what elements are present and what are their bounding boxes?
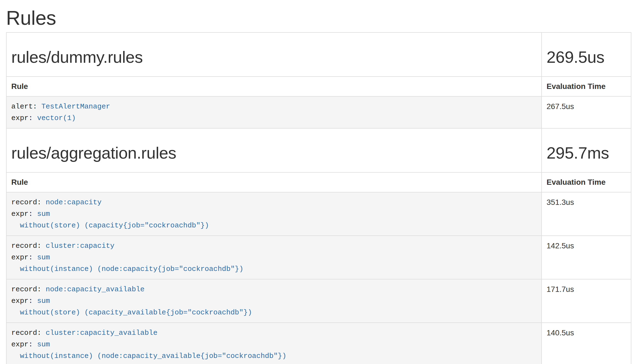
rule-expr-link[interactable]: sum bbox=[37, 297, 50, 305]
rule-group-file-cell: rules/aggregation.rules bbox=[6, 128, 542, 172]
evaluation-time-column-header: Evaluation Time bbox=[542, 77, 631, 96]
rule-name-link[interactable]: cluster:capacity bbox=[46, 242, 115, 250]
rule-name-link[interactable]: TestAlertManager bbox=[41, 102, 110, 111]
rule-group-total-eval-time: 269.5us bbox=[547, 48, 626, 66]
rule-expr-link[interactable]: without(store) (capacity{job="cockroachd… bbox=[11, 221, 209, 230]
rule-code-line: record: cluster:capacity bbox=[11, 240, 537, 252]
rule-expr-link[interactable]: without(instance) (node:capacity_availab… bbox=[11, 352, 286, 360]
rule-cell: alert: TestAlertManager expr: vector(1) bbox=[6, 96, 542, 128]
rule-group-file: rules/dummy.rules bbox=[11, 48, 537, 66]
rule-row: record: node:capacity expr: sum without(… bbox=[6, 192, 631, 236]
rule-expr-link[interactable]: sum bbox=[37, 253, 50, 262]
rules-table: rules/dummy.rules 269.5us Rule Evaluatio… bbox=[6, 32, 631, 364]
rule-expr-link[interactable]: sum bbox=[37, 210, 50, 218]
rule-expr-link[interactable]: sum bbox=[37, 340, 50, 349]
rule-code-line: without(instance) (node:capacity_availab… bbox=[11, 350, 537, 362]
rule-name-link[interactable]: cluster:capacity_available bbox=[46, 329, 158, 337]
rule-expr-link[interactable]: without(instance) (node:capacity{job="co… bbox=[11, 265, 244, 273]
rule-row: record: cluster:capacity expr: sum witho… bbox=[6, 236, 631, 279]
rule-code-line: without(store) (capacity_available{job="… bbox=[11, 307, 537, 318]
evaluation-time-cell: 142.5us bbox=[542, 236, 631, 279]
evaluation-time-cell: 140.5us bbox=[542, 323, 631, 364]
rule-keyword: record: bbox=[11, 285, 46, 294]
rule-keyword: expr: bbox=[11, 253, 37, 262]
rule-column-header: Rule bbox=[6, 172, 542, 192]
rule-keyword: alert: bbox=[11, 102, 41, 111]
rule-group-total-cell: 295.7ms bbox=[542, 128, 631, 172]
rule-code-line: record: cluster:capacity_available bbox=[11, 327, 537, 339]
rule-group-file-cell: rules/dummy.rules bbox=[6, 32, 542, 77]
rule-code-line: without(instance) (node:capacity{job="co… bbox=[11, 263, 537, 275]
rule-row: alert: TestAlertManager expr: vector(1) … bbox=[6, 96, 631, 128]
rule-group-total-cell: 269.5us bbox=[542, 32, 631, 77]
rule-code-line: expr: sum bbox=[11, 339, 537, 350]
evaluation-time-column-header: Evaluation Time bbox=[542, 172, 631, 192]
rule-keyword: record: bbox=[11, 198, 46, 207]
page-title: Rules bbox=[6, 7, 631, 29]
evaluation-time-cell: 171.7us bbox=[542, 279, 631, 323]
rule-group-total-eval-time: 295.7ms bbox=[547, 144, 626, 162]
rule-name-link[interactable]: node:capacity bbox=[46, 198, 102, 207]
rule-cell: record: cluster:capacity expr: sum witho… bbox=[6, 236, 542, 279]
rule-keyword: record: bbox=[11, 329, 46, 337]
rule-code-line: expr: sum bbox=[11, 295, 537, 307]
rule-row: record: node:capacity_available expr: su… bbox=[6, 279, 631, 323]
evaluation-time-cell: 351.3us bbox=[542, 192, 631, 236]
rule-keyword: expr: bbox=[11, 340, 37, 349]
rule-group-header: rules/dummy.rules 269.5us bbox=[6, 32, 631, 77]
rule-code-line: record: node:capacity_available bbox=[11, 284, 537, 295]
rule-code-line: expr: sum bbox=[11, 252, 537, 263]
rule-expr-link[interactable]: without(store) (capacity_available{job="… bbox=[11, 308, 252, 317]
rule-code-line: record: node:capacity bbox=[11, 197, 537, 208]
rule-keyword: record: bbox=[11, 242, 46, 250]
rule-cell: record: node:capacity_available expr: su… bbox=[6, 279, 542, 323]
rule-keyword: expr: bbox=[11, 297, 37, 305]
rule-code-line: alert: TestAlertManager bbox=[11, 101, 537, 112]
column-header-row: Rule Evaluation Time bbox=[6, 172, 631, 192]
rule-column-header: Rule bbox=[6, 77, 542, 96]
rule-keyword: expr: bbox=[11, 210, 37, 218]
rule-code-line: without(store) (capacity{job="cockroachd… bbox=[11, 220, 537, 231]
rule-cell: record: cluster:capacity_available expr:… bbox=[6, 323, 542, 364]
rule-expr-link[interactable]: vector(1) bbox=[37, 114, 76, 122]
rule-row: record: cluster:capacity_available expr:… bbox=[6, 323, 631, 364]
rule-name-link[interactable]: node:capacity_available bbox=[46, 285, 145, 294]
column-header-row: Rule Evaluation Time bbox=[6, 77, 631, 96]
rule-code-line: expr: sum bbox=[11, 208, 537, 220]
rule-group-file: rules/aggregation.rules bbox=[11, 144, 537, 162]
rules-page: Rules rules/dummy.rules 269.5us Rule Eva… bbox=[0, 7, 638, 364]
rule-keyword: expr: bbox=[11, 114, 37, 122]
evaluation-time-cell: 267.5us bbox=[542, 96, 631, 128]
rule-cell: record: node:capacity expr: sum without(… bbox=[6, 192, 542, 236]
rule-code-line: expr: vector(1) bbox=[11, 112, 537, 124]
rule-group-header: rules/aggregation.rules 295.7ms bbox=[6, 128, 631, 172]
